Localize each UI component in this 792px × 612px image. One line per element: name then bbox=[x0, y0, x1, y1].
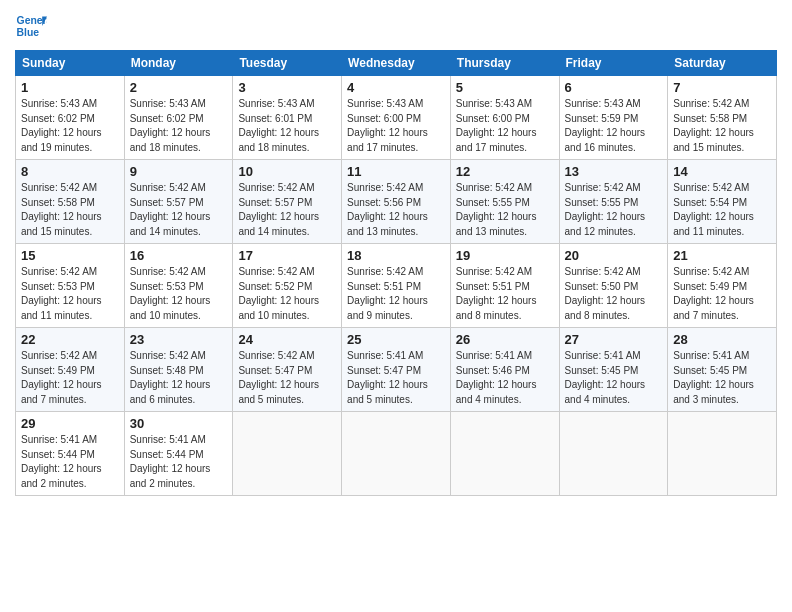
day-info: Sunrise: 5:42 AMSunset: 5:58 PMDaylight:… bbox=[21, 181, 119, 239]
day-info: Sunrise: 5:42 AMSunset: 5:55 PMDaylight:… bbox=[456, 181, 554, 239]
day-info: Sunrise: 5:41 AMSunset: 5:44 PMDaylight:… bbox=[130, 433, 228, 491]
day-cell-2: 2Sunrise: 5:43 AMSunset: 6:02 PMDaylight… bbox=[124, 76, 233, 160]
empty-cell bbox=[342, 412, 451, 496]
day-number: 3 bbox=[238, 80, 336, 95]
day-number: 7 bbox=[673, 80, 771, 95]
day-number: 23 bbox=[130, 332, 228, 347]
day-info: Sunrise: 5:42 AMSunset: 5:55 PMDaylight:… bbox=[565, 181, 663, 239]
day-number: 16 bbox=[130, 248, 228, 263]
day-number: 8 bbox=[21, 164, 119, 179]
week-row-3: 15Sunrise: 5:42 AMSunset: 5:53 PMDayligh… bbox=[16, 244, 777, 328]
day-cell-14: 14Sunrise: 5:42 AMSunset: 5:54 PMDayligh… bbox=[668, 160, 777, 244]
day-number: 24 bbox=[238, 332, 336, 347]
day-number: 5 bbox=[456, 80, 554, 95]
header-wednesday: Wednesday bbox=[342, 51, 451, 76]
day-info: Sunrise: 5:43 AMSunset: 6:01 PMDaylight:… bbox=[238, 97, 336, 155]
day-cell-20: 20Sunrise: 5:42 AMSunset: 5:50 PMDayligh… bbox=[559, 244, 668, 328]
logo-icon: General Blue bbox=[15, 10, 47, 42]
day-cell-24: 24Sunrise: 5:42 AMSunset: 5:47 PMDayligh… bbox=[233, 328, 342, 412]
header-saturday: Saturday bbox=[668, 51, 777, 76]
day-cell-13: 13Sunrise: 5:42 AMSunset: 5:55 PMDayligh… bbox=[559, 160, 668, 244]
week-row-2: 8Sunrise: 5:42 AMSunset: 5:58 PMDaylight… bbox=[16, 160, 777, 244]
day-info: Sunrise: 5:42 AMSunset: 5:51 PMDaylight:… bbox=[347, 265, 445, 323]
day-cell-22: 22Sunrise: 5:42 AMSunset: 5:49 PMDayligh… bbox=[16, 328, 125, 412]
day-number: 12 bbox=[456, 164, 554, 179]
day-number: 13 bbox=[565, 164, 663, 179]
day-cell-18: 18Sunrise: 5:42 AMSunset: 5:51 PMDayligh… bbox=[342, 244, 451, 328]
day-cell-3: 3Sunrise: 5:43 AMSunset: 6:01 PMDaylight… bbox=[233, 76, 342, 160]
day-cell-10: 10Sunrise: 5:42 AMSunset: 5:57 PMDayligh… bbox=[233, 160, 342, 244]
day-number: 2 bbox=[130, 80, 228, 95]
svg-text:Blue: Blue bbox=[17, 27, 40, 38]
day-number: 28 bbox=[673, 332, 771, 347]
day-info: Sunrise: 5:42 AMSunset: 5:53 PMDaylight:… bbox=[21, 265, 119, 323]
day-info: Sunrise: 5:43 AMSunset: 6:02 PMDaylight:… bbox=[21, 97, 119, 155]
week-row-4: 22Sunrise: 5:42 AMSunset: 5:49 PMDayligh… bbox=[16, 328, 777, 412]
calendar-table: SundayMondayTuesdayWednesdayThursdayFrid… bbox=[15, 50, 777, 496]
day-cell-19: 19Sunrise: 5:42 AMSunset: 5:51 PMDayligh… bbox=[450, 244, 559, 328]
day-number: 20 bbox=[565, 248, 663, 263]
header-friday: Friday bbox=[559, 51, 668, 76]
day-cell-7: 7Sunrise: 5:42 AMSunset: 5:58 PMDaylight… bbox=[668, 76, 777, 160]
day-cell-17: 17Sunrise: 5:42 AMSunset: 5:52 PMDayligh… bbox=[233, 244, 342, 328]
day-number: 26 bbox=[456, 332, 554, 347]
day-info: Sunrise: 5:42 AMSunset: 5:49 PMDaylight:… bbox=[21, 349, 119, 407]
day-cell-9: 9Sunrise: 5:42 AMSunset: 5:57 PMDaylight… bbox=[124, 160, 233, 244]
day-number: 22 bbox=[21, 332, 119, 347]
day-number: 30 bbox=[130, 416, 228, 431]
day-number: 19 bbox=[456, 248, 554, 263]
day-info: Sunrise: 5:41 AMSunset: 5:45 PMDaylight:… bbox=[565, 349, 663, 407]
day-number: 9 bbox=[130, 164, 228, 179]
day-number: 14 bbox=[673, 164, 771, 179]
day-info: Sunrise: 5:43 AMSunset: 5:59 PMDaylight:… bbox=[565, 97, 663, 155]
header-sunday: Sunday bbox=[16, 51, 125, 76]
day-info: Sunrise: 5:42 AMSunset: 5:57 PMDaylight:… bbox=[238, 181, 336, 239]
day-cell-8: 8Sunrise: 5:42 AMSunset: 5:58 PMDaylight… bbox=[16, 160, 125, 244]
day-info: Sunrise: 5:41 AMSunset: 5:44 PMDaylight:… bbox=[21, 433, 119, 491]
day-number: 29 bbox=[21, 416, 119, 431]
day-cell-29: 29Sunrise: 5:41 AMSunset: 5:44 PMDayligh… bbox=[16, 412, 125, 496]
day-number: 6 bbox=[565, 80, 663, 95]
empty-cell bbox=[668, 412, 777, 496]
day-cell-25: 25Sunrise: 5:41 AMSunset: 5:47 PMDayligh… bbox=[342, 328, 451, 412]
day-info: Sunrise: 5:42 AMSunset: 5:53 PMDaylight:… bbox=[130, 265, 228, 323]
day-info: Sunrise: 5:43 AMSunset: 6:00 PMDaylight:… bbox=[456, 97, 554, 155]
day-number: 27 bbox=[565, 332, 663, 347]
day-number: 15 bbox=[21, 248, 119, 263]
day-info: Sunrise: 5:42 AMSunset: 5:51 PMDaylight:… bbox=[456, 265, 554, 323]
day-cell-5: 5Sunrise: 5:43 AMSunset: 6:00 PMDaylight… bbox=[450, 76, 559, 160]
logo: General Blue bbox=[15, 10, 47, 42]
week-row-1: 1Sunrise: 5:43 AMSunset: 6:02 PMDaylight… bbox=[16, 76, 777, 160]
day-number: 10 bbox=[238, 164, 336, 179]
day-cell-30: 30Sunrise: 5:41 AMSunset: 5:44 PMDayligh… bbox=[124, 412, 233, 496]
day-number: 17 bbox=[238, 248, 336, 263]
day-info: Sunrise: 5:42 AMSunset: 5:54 PMDaylight:… bbox=[673, 181, 771, 239]
day-cell-15: 15Sunrise: 5:42 AMSunset: 5:53 PMDayligh… bbox=[16, 244, 125, 328]
day-info: Sunrise: 5:41 AMSunset: 5:46 PMDaylight:… bbox=[456, 349, 554, 407]
day-cell-12: 12Sunrise: 5:42 AMSunset: 5:55 PMDayligh… bbox=[450, 160, 559, 244]
day-number: 1 bbox=[21, 80, 119, 95]
header-tuesday: Tuesday bbox=[233, 51, 342, 76]
empty-cell bbox=[233, 412, 342, 496]
day-info: Sunrise: 5:42 AMSunset: 5:48 PMDaylight:… bbox=[130, 349, 228, 407]
day-cell-11: 11Sunrise: 5:42 AMSunset: 5:56 PMDayligh… bbox=[342, 160, 451, 244]
day-cell-1: 1Sunrise: 5:43 AMSunset: 6:02 PMDaylight… bbox=[16, 76, 125, 160]
day-cell-26: 26Sunrise: 5:41 AMSunset: 5:46 PMDayligh… bbox=[450, 328, 559, 412]
day-cell-21: 21Sunrise: 5:42 AMSunset: 5:49 PMDayligh… bbox=[668, 244, 777, 328]
day-info: Sunrise: 5:43 AMSunset: 6:02 PMDaylight:… bbox=[130, 97, 228, 155]
day-cell-27: 27Sunrise: 5:41 AMSunset: 5:45 PMDayligh… bbox=[559, 328, 668, 412]
day-info: Sunrise: 5:42 AMSunset: 5:50 PMDaylight:… bbox=[565, 265, 663, 323]
day-info: Sunrise: 5:42 AMSunset: 5:49 PMDaylight:… bbox=[673, 265, 771, 323]
day-info: Sunrise: 5:42 AMSunset: 5:52 PMDaylight:… bbox=[238, 265, 336, 323]
header-monday: Monday bbox=[124, 51, 233, 76]
day-number: 25 bbox=[347, 332, 445, 347]
header-thursday: Thursday bbox=[450, 51, 559, 76]
day-info: Sunrise: 5:41 AMSunset: 5:47 PMDaylight:… bbox=[347, 349, 445, 407]
header-row: SundayMondayTuesdayWednesdayThursdayFrid… bbox=[16, 51, 777, 76]
day-number: 11 bbox=[347, 164, 445, 179]
day-cell-4: 4Sunrise: 5:43 AMSunset: 6:00 PMDaylight… bbox=[342, 76, 451, 160]
day-number: 18 bbox=[347, 248, 445, 263]
day-cell-28: 28Sunrise: 5:41 AMSunset: 5:45 PMDayligh… bbox=[668, 328, 777, 412]
day-info: Sunrise: 5:42 AMSunset: 5:58 PMDaylight:… bbox=[673, 97, 771, 155]
empty-cell bbox=[559, 412, 668, 496]
